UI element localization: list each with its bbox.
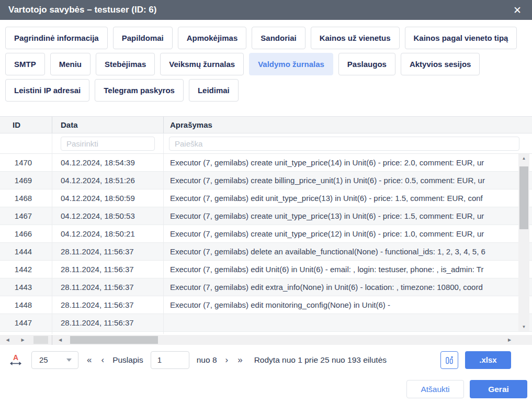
page-number-input[interactable] xyxy=(151,351,189,369)
table-row[interactable]: 1467 04.12.2024, 18:50:53 Executor (7, g… xyxy=(0,207,532,225)
table-filter-row xyxy=(0,133,532,154)
horizontal-scrollbar[interactable]: ◀ ▶ ◀ ▶ xyxy=(0,335,532,345)
tab-papildomai[interactable]: Papildomai xyxy=(113,27,173,49)
cancel-button[interactable]: Atšaukti xyxy=(406,380,464,398)
caret-down-icon xyxy=(66,359,72,362)
table-body: 1470 04.12.2024, 18:54:39 Executor (7, g… xyxy=(0,154,532,334)
date-filter-input[interactable] xyxy=(61,137,155,151)
last-page-button[interactable]: » xyxy=(236,355,243,365)
tab-pagrindine-informacija[interactable]: Pagrindinė informacija xyxy=(5,27,108,49)
cell-date: 28.11.2024, 11:56:37 xyxy=(52,278,164,296)
cell-date: 28.11.2024, 11:56:37 xyxy=(52,261,164,278)
table-row-clipped xyxy=(0,332,532,334)
pinned-scroll-track[interactable] xyxy=(30,335,52,345)
scrollbar-corner xyxy=(517,335,532,345)
pinned-columns-scrollbar[interactable]: ◀ ▶ xyxy=(0,335,52,345)
table-row[interactable]: 1444 28.11.2024, 11:56:37 Executor (7, g… xyxy=(0,243,532,261)
modal-footer: Atšaukti Gerai xyxy=(0,380,532,398)
ok-button[interactable]: Gerai xyxy=(470,380,527,398)
scroll-down-icon[interactable]: ▼ xyxy=(518,322,529,331)
cell-date: 28.11.2024, 11:56:37 xyxy=(52,296,164,314)
prev-page-button[interactable]: ‹ xyxy=(100,355,105,365)
export-xlsx-button[interactable]: .xlsx xyxy=(465,351,511,369)
table-row[interactable]: 1469 04.12.2024, 18:51:26 Executor (7, g… xyxy=(0,172,532,189)
vertical-scroll-thumb[interactable] xyxy=(519,166,528,229)
log-table: ID Data Aprašymas 1470 04.12.2024, 18:54… xyxy=(0,116,532,345)
table-row[interactable]: 1466 04.12.2024, 18:50:21 Executor (7, g… xyxy=(0,225,532,243)
cell-description: Executor (7, gemilabs) edit extra_info(N… xyxy=(164,278,532,296)
tab-sandoriai[interactable]: Sandoriai xyxy=(252,27,305,49)
scroll-left-icon[interactable]: ◀ xyxy=(52,335,68,345)
cell-id: 1442 xyxy=(0,261,52,278)
column-header-data[interactable]: Data xyxy=(52,117,164,133)
cell-id: 1468 xyxy=(0,189,52,207)
column-header-aprasymas[interactable]: Aprašymas xyxy=(164,117,532,133)
table-row[interactable]: 1447 28.11.2024, 11:56:37 xyxy=(0,314,532,332)
cell-id: 1444 xyxy=(0,243,52,260)
total-pages-label: nuo 8 xyxy=(197,355,217,365)
next-page-button[interactable]: › xyxy=(224,355,230,365)
horizontal-resize-arrow-icon xyxy=(9,361,22,366)
table-row[interactable]: 1470 04.12.2024, 18:54:39 Executor (7, g… xyxy=(0,154,532,172)
page-size-value: 25 xyxy=(39,355,48,364)
cell-description xyxy=(164,314,532,331)
pinned-scroll-thumb[interactable] xyxy=(33,336,48,344)
column-header-id[interactable]: ID xyxy=(0,117,52,133)
tab-aktyvios-sesijos[interactable]: Aktyvios sesijos xyxy=(401,53,480,75)
scroll-right-icon[interactable]: ▶ xyxy=(502,335,517,345)
horizontal-scroll-track[interactable] xyxy=(68,335,502,345)
tab-leistini-ip-adresai[interactable]: Leistini IP adresai xyxy=(5,79,89,102)
tab-meniu[interactable]: Meniu xyxy=(50,53,90,75)
tab-paslaugos[interactable]: Paslaugos xyxy=(338,53,395,75)
cell-description: Executor (7, gemilabs) delete an availab… xyxy=(164,243,532,260)
cell-date: 04.12.2024, 18:50:59 xyxy=(52,189,164,207)
tab-leidimai[interactable]: Leidimai xyxy=(189,79,239,102)
cell-id: 1448 xyxy=(0,296,52,314)
main-horizontal-scrollbar[interactable]: ◀ ▶ xyxy=(52,335,517,345)
tab-stebejimas[interactable]: Stebėjimas xyxy=(96,53,155,75)
cell-id: 1467 xyxy=(0,207,52,225)
tab-valdymo-zurnalas[interactable]: Valdymo žurnalas xyxy=(249,53,333,75)
tab-telegram-paskyros[interactable]: Telegram paskyros xyxy=(95,79,184,102)
tab-row-2: SMTP Meniu Stebėjimas Veiksmų žurnalas V… xyxy=(5,53,527,75)
pagination-bar: A 25 « ‹ Puslapis nuo 8 › » Rodyta nuo 1… xyxy=(0,351,532,369)
cell-description: Executor (7, gemilabs) edit monitoring_c… xyxy=(164,296,532,314)
table-row[interactable]: 1442 28.11.2024, 11:56:37 Executor (7, g… xyxy=(0,261,532,278)
cell-description: Executor (7, gemilabs) create unit_type_… xyxy=(164,154,532,171)
table-row[interactable]: 1443 28.11.2024, 11:56:37 Executor (7, g… xyxy=(0,278,532,296)
cell-description: Executor (7, gemilabs) edit Unit(6) in U… xyxy=(164,261,532,278)
modal-header: Vartotojo savybės – testuser (ID: 6) ✕ xyxy=(0,0,532,20)
table-row[interactable]: 1468 04.12.2024, 18:50:59 Executor (7, g… xyxy=(0,189,532,207)
close-icon[interactable]: ✕ xyxy=(511,4,524,16)
tab-kainos-pagal-vieneto-tipa[interactable]: Kainos pagal vieneto tipą xyxy=(405,27,517,49)
scroll-right-icon[interactable]: ▶ xyxy=(15,335,30,345)
vertical-scrollbar[interactable]: ▲ ▼ xyxy=(518,154,529,331)
modal-title: Vartotojo savybės – testuser (ID: 6) xyxy=(8,5,156,15)
cell-date: 28.11.2024, 11:56:37 xyxy=(52,243,164,260)
column-chooser-button[interactable] xyxy=(440,351,458,369)
user-properties-modal: Vartotojo savybės – testuser (ID: 6) ✕ P… xyxy=(0,0,532,403)
columns-icon xyxy=(444,355,455,365)
tab-smtp[interactable]: SMTP xyxy=(5,53,45,75)
scroll-left-icon[interactable]: ◀ xyxy=(0,335,15,345)
cell-id: 1469 xyxy=(0,172,52,189)
table-header-row: ID Data Aprašymas xyxy=(0,116,532,133)
horizontal-scroll-thumb[interactable] xyxy=(70,336,158,344)
autosize-letter: A xyxy=(13,354,18,361)
cell-description: Executor (7, gemilabs) create unit_type_… xyxy=(164,207,532,225)
tab-row-3: Leistini IP adresai Telegram paskyros Le… xyxy=(5,79,527,102)
tab-kainos-uz-vienetus[interactable]: Kainos už vienetus xyxy=(311,27,400,49)
scroll-up-icon[interactable]: ▲ xyxy=(518,154,529,163)
tab-row-1: Pagrindinė informacija Papildomai Apmokė… xyxy=(5,27,527,49)
page-size-select[interactable]: 25 xyxy=(31,351,78,369)
autosize-columns-icon[interactable]: A xyxy=(8,354,23,366)
cell-date: 04.12.2024, 18:54:39 xyxy=(52,154,164,171)
cell-id: 1466 xyxy=(0,225,52,242)
cell-date: 04.12.2024, 18:50:21 xyxy=(52,225,164,242)
cell-description: Executor (7, gemilabs) edit unit_type_pr… xyxy=(164,189,532,207)
table-row[interactable]: 1448 28.11.2024, 11:56:37 Executor (7, g… xyxy=(0,296,532,314)
first-page-button[interactable]: « xyxy=(86,355,93,365)
tab-apmokejimas[interactable]: Apmokėjimas xyxy=(178,27,247,49)
description-search-input[interactable] xyxy=(169,137,519,151)
tab-veiksmu-zurnalas[interactable]: Veiksmų žurnalas xyxy=(160,53,244,75)
